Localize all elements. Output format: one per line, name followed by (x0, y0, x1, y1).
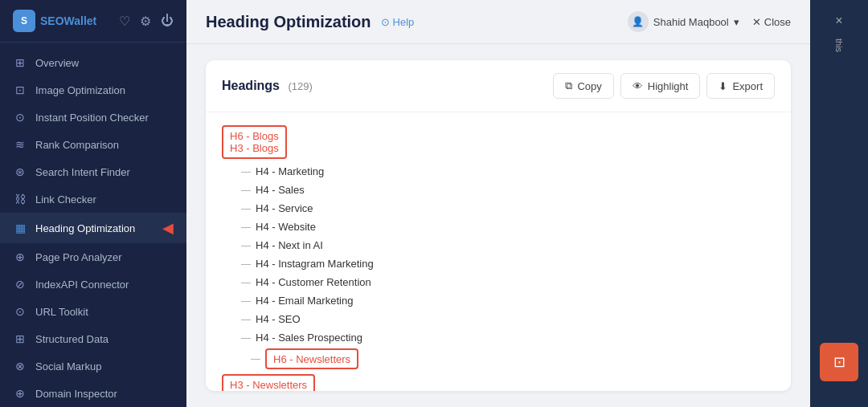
nav-icon-search-intent-finder: ⊛ (13, 165, 27, 179)
heading-h3-newsletters: H3 - Newsletters (230, 379, 307, 391)
headings-title-group: Headings (129) (222, 79, 313, 93)
nav-label-social-markup: Social Markup (35, 360, 101, 372)
nav-icon-instant-position-checker: ⊙ (13, 110, 27, 124)
card-header: Headings (129) ⧉ Copy 👁 Highlight ⬇ Expo… (206, 60, 791, 112)
nav-label-page-pro-analyzer: Page Pro Analyzer (35, 251, 122, 263)
nav-icon-social-markup: ⊗ (13, 359, 27, 373)
export-icon: ⬇ (719, 80, 727, 92)
export-button[interactable]: ⬇ Export (706, 73, 775, 99)
nav-icon-link-checker: ⛓ (13, 192, 27, 206)
sidebar-item-structured-data[interactable]: ⊞ Structured Data (0, 325, 186, 352)
nav-label-heading-optimization: Heading Optimization (35, 222, 135, 234)
nav-icon-domain-inspector: ⊕ (13, 386, 27, 401)
page-title: Heading Optimization (206, 13, 371, 31)
app-logo: S SEOWallet (13, 10, 96, 32)
highlighted-group-1: H6 - BlogsH3 - Blogs (222, 125, 287, 159)
sidebar-item-image-optimization[interactable]: ⊡ Image Optimization (0, 76, 186, 104)
heading-h6-blogs: H6 - Blogs (230, 130, 279, 142)
nav-icon-heading-optimization: ▦ (13, 221, 27, 235)
panel-action-button[interactable]: ⊡ (820, 343, 858, 381)
nav-icon-overview: ⊞ (13, 55, 27, 70)
list-item: —H4 - Sales (222, 181, 775, 199)
nav-icon-indexapi-connector: ⊘ (13, 277, 27, 291)
chevron-down-icon: ▾ (734, 16, 739, 28)
heading-h3-blogs: H3 - Blogs (230, 142, 279, 154)
nav-label-search-intent-finder: Search Intent Finder (35, 166, 130, 178)
right-panel: × this ⊡ (810, 0, 868, 407)
sidebar-item-page-pro-analyzer[interactable]: ⊕ Page Pro Analyzer (0, 243, 186, 271)
list-item: —H4 - Instagram Marketing (222, 254, 775, 273)
sidebar-header-icons: ♡ ⚙ ⏻ (119, 14, 174, 29)
list-item: —H4 - Next in AI (222, 236, 775, 254)
sidebar-item-social-markup[interactable]: ⊗ Social Markup (0, 352, 186, 380)
list-item: —H4 - Service (222, 199, 775, 218)
help-link[interactable]: ⊙ Help (381, 16, 415, 28)
logo-icon: S (13, 10, 35, 32)
nav-icon-page-pro-analyzer: ⊕ (13, 250, 27, 264)
nav-icon-structured-data: ⊞ (13, 332, 27, 346)
main-content: Heading Optimization ⊙ Help 👤 Shahid Maq… (186, 0, 810, 407)
favorites-icon[interactable]: ♡ (119, 14, 130, 29)
headings-card: Headings (129) ⧉ Copy 👁 Highlight ⬇ Expo… (206, 60, 791, 391)
right-panel-close[interactable]: × (828, 10, 850, 32)
list-item: —H4 - Website (222, 218, 775, 236)
sidebar-item-instant-position-checker[interactable]: ⊙ Instant Position Checker (0, 104, 186, 131)
sidebar-item-url-toolkit[interactable]: ⊙ URL Toolkit (0, 298, 186, 325)
panel-action-icon: ⊡ (833, 353, 845, 371)
content-area: Headings (129) ⧉ Copy 👁 Highlight ⬇ Expo… (186, 44, 810, 407)
topbar-right: 👤 Shahid Maqbool ▾ ✕ Close (628, 11, 791, 32)
this-label: this (834, 39, 844, 52)
sidebar-item-indexapi-connector[interactable]: ⊘ IndexAPI Connector (0, 271, 186, 298)
sidebar: S SEOWallet ♡ ⚙ ⏻ ⊞ Overview ⊡ Image Opt… (0, 0, 186, 407)
sidebar-item-search-intent-finder[interactable]: ⊛ Search Intent Finder (0, 158, 186, 185)
circle-question-icon: ⊙ (381, 16, 390, 28)
logo-text: SEOWallet (40, 14, 96, 27)
nav-label-url-toolkit: URL Toolkit (35, 306, 88, 318)
headings-label: Headings (222, 79, 280, 92)
topbar: Heading Optimization ⊙ Help 👤 Shahid Maq… (186, 0, 810, 44)
headings-list: H6 - BlogsH3 - Blogs—H4 - Marketing—H4 -… (206, 112, 791, 391)
copy-icon: ⧉ (565, 79, 572, 92)
card-actions: ⧉ Copy 👁 Highlight ⬇ Export (553, 73, 775, 99)
heading-h6-newsletters: H6 - Newsletters (273, 353, 350, 365)
highlighted-group-2-wrapper: —H6 - Newsletters (222, 347, 775, 371)
sidebar-item-rank-comparison[interactable]: ≋ Rank Comparison (0, 131, 186, 158)
user-menu[interactable]: 👤 Shahid Maqbool ▾ (628, 11, 739, 32)
nav-icon-rank-comparison: ≋ (13, 137, 27, 152)
user-name: Shahid Maqbool (653, 16, 729, 28)
nav-label-instant-position-checker: Instant Position Checker (35, 112, 149, 124)
highlighted-group-2: H6 - Newsletters (265, 348, 358, 369)
list-item: —H4 - SEO (222, 310, 775, 328)
highlight-button[interactable]: 👁 Highlight (620, 73, 701, 99)
nav-icon-image-optimization: ⊡ (13, 83, 27, 97)
sidebar-nav: ⊞ Overview ⊡ Image Optimization ⊙ Instan… (0, 43, 186, 407)
nav-label-overview: Overview (35, 57, 79, 69)
nav-label-indexapi-connector: IndexAPI Connector (35, 279, 129, 291)
sidebar-item-domain-inspector[interactable]: ⊕ Domain Inspector (0, 380, 186, 407)
list-item: —H4 - Sales Prospecting (222, 328, 775, 347)
power-icon[interactable]: ⏻ (161, 14, 174, 28)
topbar-left: Heading Optimization ⊙ Help (206, 13, 414, 31)
headings-count: (129) (288, 80, 312, 92)
list-item: —H4 - Email Marketing (222, 291, 775, 310)
nav-label-rank-comparison: Rank Comparison (35, 139, 119, 151)
nav-icon-url-toolkit: ⊙ (13, 304, 27, 319)
copy-button[interactable]: ⧉ Copy (553, 73, 613, 99)
list-item: —H4 - Marketing (222, 162, 775, 181)
nav-label-image-optimization: Image Optimization (35, 84, 125, 96)
active-arrow: ◀ (162, 219, 174, 237)
nav-label-domain-inspector: Domain Inspector (35, 388, 117, 400)
close-icon: ✕ (752, 16, 761, 28)
nav-label-structured-data: Structured Data (35, 333, 108, 345)
list-item: —H4 - Customer Retention (222, 273, 775, 291)
highlighted-group-3: H3 - Newsletters (222, 374, 315, 391)
nav-label-link-checker: Link Checker (35, 193, 96, 206)
highlight-icon: 👁 (633, 80, 643, 92)
settings-icon[interactable]: ⚙ (140, 14, 151, 29)
sidebar-header: S SEOWallet ♡ ⚙ ⏻ (0, 0, 186, 43)
sidebar-item-heading-optimization[interactable]: ▦ Heading Optimization ◀ (0, 213, 186, 243)
close-button[interactable]: ✕ Close (752, 16, 791, 28)
user-avatar: 👤 (628, 11, 649, 32)
sidebar-item-overview[interactable]: ⊞ Overview (0, 49, 186, 76)
sidebar-item-link-checker[interactable]: ⛓ Link Checker (0, 185, 186, 213)
